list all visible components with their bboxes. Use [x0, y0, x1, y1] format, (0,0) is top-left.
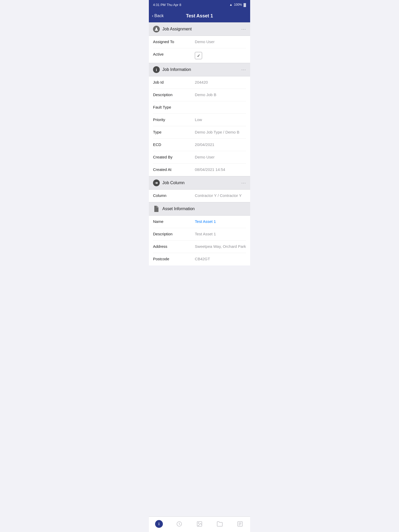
job-assignment-title: Job Assignment [162, 27, 192, 31]
arrow-right-icon: ➔ [153, 179, 160, 186]
type-label: Type [153, 130, 195, 134]
section-header-job-information: i Job Information ··· [149, 63, 250, 76]
asset-description-label: Description [153, 232, 195, 236]
field-asset-address: Address Sweetpea Way, Orchard Park [153, 241, 246, 253]
job-information-fields: Job Id 204420 Description Demo Job B Fau… [149, 76, 250, 176]
created-at-label: Created At [153, 167, 195, 172]
field-description: Description Demo Job B [153, 89, 246, 101]
active-checkbox[interactable]: ✓ [195, 52, 202, 59]
description-value: Demo Job B [195, 92, 246, 97]
job-information-title: Job Information [162, 67, 191, 72]
field-ecd: ECD 20/04/2021 [153, 139, 246, 151]
created-by-value: Demo User [195, 155, 246, 159]
back-button[interactable]: ‹ Back [152, 14, 164, 18]
priority-label: Priority [153, 117, 195, 122]
job-assignment-fields: Assigned To Demo User Active ✓ [149, 36, 250, 63]
status-day: Thu Apr 8 [167, 3, 181, 7]
asset-postcode-label: Postcode [153, 257, 195, 261]
asset-information-title: Asset Information [162, 207, 195, 211]
field-priority: Priority Low [153, 114, 246, 126]
back-label: Back [154, 14, 164, 18]
field-column: Column Contractor Y / Contractor Y [153, 190, 246, 202]
assigned-to-label: Assigned To [153, 39, 195, 44]
asset-information-fields: Name Test Asset 1 Description Test Asset… [149, 216, 250, 265]
field-job-id: Job Id 204420 [153, 76, 246, 89]
assigned-to-value: Demo User [195, 39, 246, 44]
status-time-area: 4:31 PM Thu Apr 8 [153, 3, 181, 7]
job-column-more[interactable]: ··· [241, 180, 246, 186]
job-id-value: 204420 [195, 80, 246, 84]
person-icon [153, 26, 160, 32]
field-asset-description: Description Test Asset 1 [153, 228, 246, 241]
field-asset-postcode: Postcode CB42GT [153, 253, 246, 265]
created-at-value: 08/04/2021 14:54 [195, 167, 246, 172]
ecd-value: 20/04/2021 [195, 142, 246, 147]
section-header-job-column: ➔ Job Column ··· [149, 176, 250, 190]
job-column-fields: Column Contractor Y / Contractor Y [149, 190, 250, 202]
job-id-label: Job Id [153, 80, 195, 84]
status-time: 4:31 PM [153, 3, 165, 7]
field-fault-type: Fault Type [153, 101, 246, 114]
field-asset-name: Name Test Asset 1 [153, 216, 246, 228]
battery-percent: 100% [234, 3, 242, 6]
field-assigned-to: Assigned To Demo User [153, 36, 246, 48]
asset-address-value: Sweetpea Way, Orchard Park [195, 244, 246, 249]
status-bar: 4:31 PM Thu Apr 8 ▲ 100% ▓ [149, 0, 250, 9]
created-by-label: Created By [153, 155, 195, 159]
asset-name-label: Name [153, 219, 195, 224]
nav-bar: ‹ Back Test Asset 1 [149, 9, 250, 22]
wifi-icon: ▲ [229, 3, 232, 6]
page-title: Test Asset 1 [186, 13, 213, 19]
field-created-by: Created By Demo User [153, 151, 246, 164]
column-value: Contractor Y / Contractor Y [195, 193, 246, 198]
job-column-title: Job Column [162, 181, 184, 185]
asset-description-value: Test Asset 1 [195, 232, 246, 236]
info-circle-icon: i [153, 66, 160, 73]
field-created-at: Created At 08/04/2021 14:54 [153, 164, 246, 176]
document-icon [153, 205, 160, 212]
battery-icon: ▓ [244, 3, 246, 7]
type-value: Demo Job Type / Demo B [195, 130, 246, 134]
status-indicators: ▲ 100% ▓ [229, 3, 246, 7]
asset-postcode-value: CB42GT [195, 257, 246, 261]
svg-point-0 [156, 28, 157, 29]
job-assignment-more[interactable]: ··· [241, 26, 246, 32]
asset-name-value[interactable]: Test Asset 1 [195, 219, 246, 224]
fault-type-label: Fault Type [153, 105, 195, 109]
description-label: Description [153, 92, 195, 97]
section-header-asset-information: Asset Information [149, 202, 250, 216]
priority-value: Low [195, 117, 246, 122]
active-label: Active [153, 52, 195, 56]
ecd-label: ECD [153, 142, 195, 147]
section-header-job-assignment: Job Assignment ··· [149, 22, 250, 36]
asset-address-label: Address [153, 244, 195, 249]
field-type: Type Demo Job Type / Demo B [153, 126, 246, 139]
back-arrow-icon: ‹ [152, 14, 153, 18]
field-active: Active ✓ [153, 48, 246, 63]
column-label: Column [153, 193, 195, 198]
job-information-more[interactable]: ··· [241, 67, 246, 72]
